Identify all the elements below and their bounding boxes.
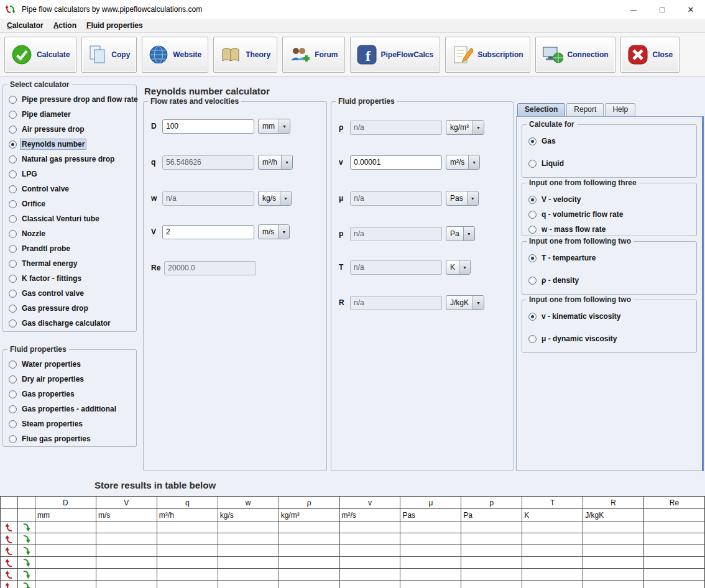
- toolbar: Calculate Copy Website Theory Forum f Pi…: [0, 33, 705, 77]
- fluid-option[interactable]: Dry air properties: [3, 372, 136, 387]
- calculator-option[interactable]: LPG: [3, 167, 136, 181]
- store-row-button[interactable]: [18, 533, 35, 545]
- calculator-option[interactable]: Pipe diameter: [3, 107, 136, 122]
- column-header: ρ: [279, 497, 339, 509]
- result-cell: [279, 557, 339, 569]
- input-V[interactable]: 2: [162, 225, 254, 239]
- recall-row-button[interactable]: [1, 557, 18, 569]
- maximize-icon[interactable]: [648, 0, 676, 19]
- radio-option[interactable]: μ - dynamic viscosity: [527, 332, 691, 346]
- calculator-option[interactable]: Gas control valve: [3, 286, 136, 301]
- radio-icon: [9, 435, 17, 443]
- store-row-button[interactable]: [18, 569, 35, 581]
- calculator-list: Pipe pressure drop and flow rate Pipe di…: [3, 92, 136, 331]
- result-cell: [583, 545, 644, 557]
- recall-row-button[interactable]: [1, 521, 18, 533]
- radio-option[interactable]: v - kinematic viscosity: [527, 310, 691, 323]
- spacer-cell: [1, 509, 18, 521]
- fluid-option[interactable]: Steam properties: [3, 416, 136, 431]
- recall-row-button[interactable]: [1, 545, 18, 557]
- calculate-button[interactable]: Calculate: [4, 37, 76, 73]
- input-D[interactable]: 100: [162, 119, 254, 134]
- fluid-properties-group: Fluid properties Water properties Dry ai…: [2, 349, 137, 447]
- result-cell: [157, 581, 218, 588]
- fluid-option[interactable]: Water properties: [3, 357, 136, 372]
- green-down-arrow-icon: [22, 546, 31, 556]
- unit-combo-rho[interactable]: kg/m³: [446, 120, 484, 135]
- calculator-option[interactable]: Control valve: [3, 181, 136, 196]
- close-app-button[interactable]: Close: [620, 37, 680, 73]
- input-w: n/a: [162, 191, 254, 206]
- result-cell: [35, 569, 96, 581]
- result-cell: [218, 521, 279, 533]
- calculator-option[interactable]: Reynolds number: [3, 137, 136, 152]
- calculator-option[interactable]: Gas pressure drop: [3, 301, 136, 316]
- store-row-button[interactable]: [18, 557, 35, 569]
- unit-combo-q[interactable]: m³/h: [258, 155, 293, 170]
- menu-calculator[interactable]: Calculator: [2, 19, 48, 32]
- input-p: n/a: [350, 227, 442, 241]
- radio-icon: [9, 275, 17, 283]
- unit-combo-w[interactable]: kg/s: [258, 191, 292, 206]
- unit-combo-V[interactable]: m/s: [258, 224, 290, 239]
- unit-combo-mu[interactable]: Pas: [446, 191, 479, 206]
- tab[interactable]: Report: [566, 103, 604, 116]
- unit-combo-D[interactable]: mm: [258, 119, 290, 134]
- forum-button[interactable]: Forum: [282, 37, 344, 73]
- close-icon[interactable]: [676, 0, 705, 19]
- radio-option[interactable]: Liquid: [527, 157, 691, 170]
- radio-option[interactable]: Gas: [527, 134, 691, 148]
- recall-row-button[interactable]: [1, 569, 18, 581]
- column-header: w: [218, 497, 279, 509]
- radio-icon: [528, 254, 537, 262]
- radio-option[interactable]: T - tempearture: [527, 251, 691, 265]
- radio-option[interactable]: ρ - density: [527, 273, 691, 287]
- result-cell: [96, 545, 157, 557]
- website-button[interactable]: Website: [142, 37, 208, 73]
- green-check-icon: [11, 44, 32, 65]
- calculator-option[interactable]: Orifice: [3, 196, 136, 211]
- tab[interactable]: Selection: [517, 103, 565, 116]
- radio-icon: [9, 215, 17, 223]
- radio-option[interactable]: V - velocity: [527, 193, 691, 206]
- copy-button[interactable]: Copy: [81, 37, 137, 73]
- calculator-option[interactable]: Nozzle: [3, 226, 136, 241]
- fluid-option[interactable]: Gas properties - additional: [3, 402, 136, 416]
- fluid-option[interactable]: Gas properties: [3, 387, 136, 402]
- radio-icon: [9, 260, 17, 268]
- fluid-option[interactable]: Flue gas properties: [3, 431, 136, 446]
- menu-action[interactable]: Action: [48, 19, 81, 32]
- calculator-option[interactable]: Thermal energy: [3, 256, 136, 271]
- subscription-button[interactable]: Subscription: [445, 37, 530, 73]
- theory-button[interactable]: Theory: [213, 37, 277, 73]
- calculator-option[interactable]: Prandtl probe: [3, 241, 136, 256]
- result-cell: [279, 533, 339, 545]
- recall-row-button[interactable]: [1, 533, 18, 545]
- window-controls: [619, 0, 705, 19]
- menu-fluid-properties[interactable]: Fluid properties: [81, 19, 148, 32]
- calculator-option[interactable]: Classical Venturi tube: [3, 211, 136, 226]
- tab[interactable]: Help: [605, 103, 635, 116]
- calculator-option[interactable]: K factor - fittings: [3, 271, 136, 286]
- unit-combo-R[interactable]: J/kgK: [446, 295, 484, 310]
- radio-option[interactable]: w - mass flow rate: [527, 223, 691, 236]
- input-rho: n/a: [350, 121, 442, 135]
- calculator-option[interactable]: Natural gas pressure drop: [3, 152, 136, 167]
- calculator-option[interactable]: Gas discharge calculator: [3, 316, 136, 331]
- unit-combo-T[interactable]: K: [446, 260, 471, 275]
- radio-option[interactable]: q - volumetric flow rate: [527, 208, 691, 221]
- result-cell: [644, 545, 705, 557]
- store-row-button[interactable]: [18, 521, 35, 533]
- connection-button[interactable]: Connection: [535, 37, 615, 73]
- calculator-option[interactable]: Air pressure drop: [3, 122, 136, 137]
- unit-combo-nu[interactable]: m²/s: [446, 155, 480, 170]
- column-header: V: [96, 497, 157, 509]
- calculator-option[interactable]: Pipe pressure drop and flow rate: [3, 92, 136, 107]
- unit-combo-p[interactable]: Pa: [446, 226, 475, 241]
- pipeflowcalcs-button[interactable]: f PipeFlowCalcs: [350, 37, 441, 73]
- store-row-button[interactable]: [18, 581, 35, 588]
- recall-row-button[interactable]: [1, 581, 18, 588]
- input-nu[interactable]: 0.00001: [350, 155, 442, 170]
- store-row-button[interactable]: [18, 545, 35, 557]
- minimize-icon[interactable]: [619, 0, 648, 19]
